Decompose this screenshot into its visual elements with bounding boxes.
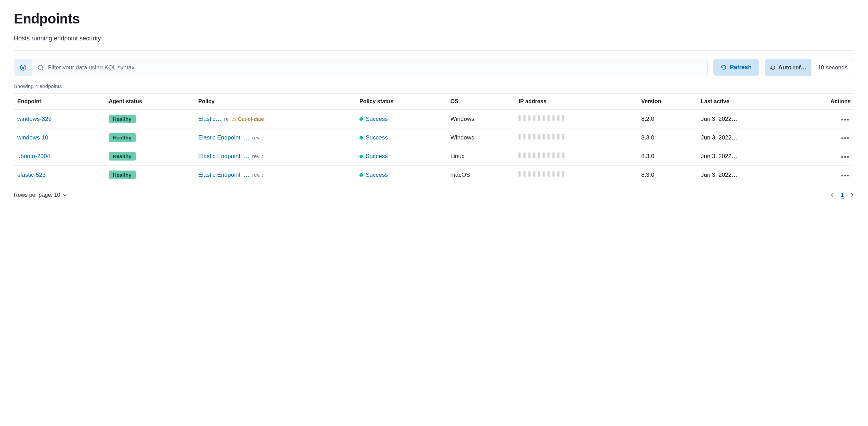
version-cell: 8.2.0: [638, 110, 697, 128]
policy-status-link[interactable]: Success: [366, 153, 388, 159]
policy-link[interactable]: Elastic Endpoint: …: [198, 134, 249, 141]
last-active-cell: Jun 3, 2022…: [697, 147, 794, 166]
col-version[interactable]: Version: [638, 94, 697, 110]
warning-icon: [232, 117, 237, 122]
ip-address-redacted: [519, 115, 567, 121]
table-header-row: Endpoint Agent status Policy Policy stat…: [14, 94, 854, 110]
svg-point-1: [38, 65, 42, 69]
row-actions-button[interactable]: [839, 117, 851, 123]
row-actions-button[interactable]: [839, 135, 851, 141]
table-row: windows-10HealthyElastic Endpoint: …rev.…: [14, 128, 854, 147]
rows-per-page-label: Rows per page: 10: [14, 192, 60, 198]
col-agent-status[interactable]: Agent status: [105, 94, 195, 110]
status-dot-icon: [359, 173, 363, 177]
last-active-cell: Jun 3, 2022…: [697, 166, 794, 184]
toolbar: Refresh Auto ref… 10 seconds: [14, 59, 854, 76]
table-footer: Rows per page: 10 1: [14, 184, 854, 198]
status-badge: Healthy: [109, 133, 136, 142]
refresh-label: Refresh: [730, 64, 752, 71]
search-input[interactable]: [48, 64, 702, 71]
ip-address-redacted: [519, 153, 567, 158]
policy-revision: rev. :: [252, 153, 263, 159]
search-inner: [32, 59, 707, 76]
policy-link[interactable]: Elastic…: [198, 116, 221, 123]
rows-per-page-select[interactable]: Rows per page: 10: [14, 192, 67, 198]
refresh-icon: [721, 65, 726, 70]
status-dot-icon: [359, 155, 363, 158]
table-row: ubuntu-2004HealthyElastic Endpoint: …rev…: [14, 147, 854, 166]
clock-fast-icon: [770, 65, 775, 70]
col-last-active[interactable]: Last active: [697, 94, 794, 110]
version-cell: 8.3.0: [638, 166, 697, 184]
policy-status-link[interactable]: Success: [366, 134, 388, 141]
status-badge: Healthy: [109, 152, 136, 161]
col-os[interactable]: OS: [447, 94, 515, 110]
endpoints-table: Endpoint Agent status Policy Policy stat…: [14, 93, 854, 184]
status-dot-icon: [359, 136, 363, 139]
refresh-button[interactable]: Refresh: [713, 59, 759, 76]
pagination: 1: [830, 192, 854, 198]
endpoint-link[interactable]: windows-10: [17, 134, 48, 141]
search-icon: [38, 65, 44, 71]
table-row: elastic-523HealthyElastic Endpoint: …rev…: [14, 166, 854, 184]
auto-refresh-control: Auto ref… 10 seconds: [765, 59, 854, 76]
policy-revision: rev. :: [252, 135, 263, 141]
page-subtitle: Hosts running endpoint security: [14, 35, 854, 42]
policy-status-link[interactable]: Success: [366, 172, 388, 178]
last-active-cell: Jun 3, 2022…: [697, 128, 794, 147]
endpoint-link[interactable]: windows-329: [17, 116, 51, 122]
out-of-date-badge: Out-of-date: [232, 116, 264, 122]
ip-address-redacted: [519, 134, 567, 139]
table-row: windows-329HealthyElastic…reOut-of-dateS…: [14, 110, 854, 128]
policy-revision: re: [224, 116, 229, 122]
policy-revision: rev. :: [252, 172, 263, 178]
status-badge: Healthy: [109, 115, 136, 123]
col-policy[interactable]: Policy: [195, 94, 356, 110]
status-dot-icon: [359, 117, 363, 121]
auto-refresh-label: Auto ref…: [778, 64, 807, 71]
last-active-cell: Jun 3, 2022…: [697, 110, 794, 128]
row-actions-button[interactable]: [839, 173, 851, 178]
prev-page-button[interactable]: [830, 193, 835, 197]
filter-icon: [20, 65, 26, 71]
current-page[interactable]: 1: [841, 192, 844, 198]
col-actions: Actions: [794, 94, 854, 110]
os-cell: macOS: [447, 166, 515, 184]
policy-status-link[interactable]: Success: [366, 116, 388, 122]
col-ip[interactable]: IP address: [515, 94, 638, 110]
policy-link[interactable]: Elastic Endpoint: …: [198, 153, 249, 160]
chevron-down-icon: [63, 193, 67, 197]
next-page-button[interactable]: [850, 193, 854, 197]
ip-address-redacted: [519, 171, 567, 177]
col-policy-status[interactable]: Policy status: [356, 94, 447, 110]
page-title: Endpoints: [14, 11, 854, 27]
endpoint-link[interactable]: elastic-523: [17, 172, 46, 178]
row-actions-button[interactable]: [839, 154, 851, 160]
os-cell: Windows: [447, 128, 515, 147]
os-cell: Windows: [447, 110, 515, 128]
filter-options-button[interactable]: [14, 59, 32, 76]
result-count: Showing 4 endpoints: [14, 83, 854, 89]
status-badge: Healthy: [109, 171, 136, 179]
policy-link[interactable]: Elastic Endpoint: …: [198, 172, 249, 178]
os-cell: Linux: [447, 147, 515, 166]
version-cell: 8.3.0: [638, 128, 697, 147]
search-bar: [14, 59, 708, 76]
auto-refresh-button[interactable]: Auto ref…: [765, 59, 811, 76]
col-endpoint[interactable]: Endpoint: [14, 94, 105, 110]
auto-refresh-interval[interactable]: 10 seconds: [811, 59, 854, 76]
divider: [14, 50, 854, 51]
endpoint-link[interactable]: ubuntu-2004: [17, 153, 50, 159]
version-cell: 8.3.0: [638, 147, 697, 166]
